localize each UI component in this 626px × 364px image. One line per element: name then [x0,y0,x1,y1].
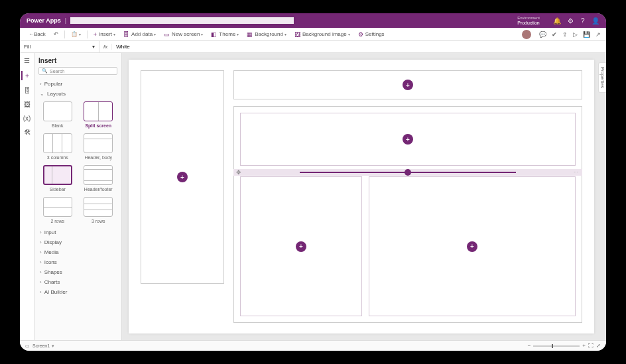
left-rail: ☰ ＋ 🗄 🖼 (x) 🛠 [20,53,34,340]
comments-icon[interactable]: 💬 [539,31,546,38]
formula-bar: Fill▾ fx [20,41,606,53]
zoom-out-icon[interactable]: − [528,343,531,349]
titlebar: Power Apps | Canvas Environment Producti… [20,13,606,28]
layout-header-footer[interactable]: Header/footer [81,165,117,192]
theme-button[interactable]: ◧Theme▾ [208,30,242,39]
design-canvas[interactable]: + + + ✥ ⋯ + + [129,60,594,334]
command-bar: ← Back ↶ 📋▾ +Insert▾ 🗄Add data▾ ▭New scr… [20,28,606,41]
add-button[interactable]: + [403,80,413,90]
gear-icon[interactable]: ⚙ [568,17,574,25]
canvas-header-container[interactable]: + [233,70,582,99]
canvas-main-bottom-left[interactable]: + [240,176,362,316]
canvas-sidebar-container[interactable]: + [141,70,224,284]
canvas-main-top[interactable]: + [240,113,576,166]
category-popular[interactable]: Popular [38,79,117,89]
zoom-control[interactable]: − + ⛶ ⤢ [528,343,601,349]
rail-tree-icon[interactable]: ☰ [24,57,30,64]
canvas-main-bottom-right[interactable]: + [369,176,576,316]
rail-advanced-icon[interactable]: 🛠 [24,129,31,136]
search-input[interactable]: 🔍 Search [38,67,117,75]
category-shapes[interactable]: Shapes [38,267,117,277]
add-button[interactable]: + [296,241,306,252]
category-layouts[interactable]: Layouts [38,89,117,99]
category-charts[interactable]: Charts [38,277,117,287]
layout-blank[interactable]: Blank [40,101,76,128]
category-display[interactable]: Display [38,237,117,247]
layout-header-body[interactable]: Header, body [81,133,117,160]
publish-icon[interactable]: ↗ [595,31,601,38]
breadcrumb-icon: ▭ [25,343,30,349]
category-ai-builder[interactable]: AI Builder [38,287,117,297]
status-bar: ▭ Screen1 ▾ − + ⛶ ⤢ [20,340,606,351]
collab-avatar[interactable] [522,30,531,39]
layout-3-rows[interactable]: 3 rows [81,197,117,223]
layout-split-screen[interactable]: Split screen [81,101,117,128]
canvas-splitter[interactable]: ✥ ⋯ [233,169,582,176]
rail-insert-icon[interactable]: ＋ [21,71,31,80]
zoom-in-icon[interactable]: + [582,343,586,349]
canvas-wrap: + + + ✥ ⋯ + + [122,53,606,340]
properties-tab[interactable]: Properties [598,62,606,93]
rail-variables-icon[interactable]: (x) [23,115,31,122]
undo-button[interactable]: ↶ [50,30,62,38]
layouts-grid: Blank Split screen 3 columns Header, bod… [38,99,117,227]
layout-2-rows[interactable]: 2 rows [40,197,76,223]
fit-icon[interactable]: ⛶ [588,343,594,349]
more-icon[interactable]: ⋯ [574,170,578,175]
app-name: Power Apps [27,17,61,24]
category-media[interactable]: Media [38,247,117,257]
add-data-button[interactable]: 🗄Add data▾ [120,30,159,39]
formula-input[interactable] [112,44,606,50]
share-icon[interactable]: ⇪ [562,31,568,38]
layout-3-columns[interactable]: 3 columns [40,133,76,160]
insert-panel: Insert 🔍 Search Popular Layouts Blank Sp… [34,53,122,340]
drag-handle-icon[interactable]: ✥ [236,169,241,176]
notifications-icon[interactable]: 🔔 [553,17,561,25]
breadcrumb[interactable]: Screen1 [32,343,50,348]
rail-data-icon[interactable]: 🗄 [24,87,31,94]
back-button[interactable]: ← Back [25,30,49,38]
app-window: Power Apps | Canvas Environment Producti… [20,13,606,351]
fx-label: fx [99,44,112,50]
add-button[interactable]: + [403,134,413,145]
account-icon[interactable]: 👤 [592,17,599,25]
help-icon[interactable]: ? [581,17,585,25]
paste-button[interactable]: 📋▾ [68,30,84,38]
category-icons[interactable]: Icons [38,257,117,267]
body: ☰ ＋ 🗄 🖼 (x) 🛠 Insert 🔍 Search Popular La… [20,53,606,340]
app-context: Canvas [70,17,294,24]
zoom-slider[interactable] [533,345,580,347]
property-selector[interactable]: Fill▾ [20,41,99,52]
add-button[interactable]: + [467,241,477,252]
new-screen-button[interactable]: ▭New screen▾ [160,30,206,39]
layout-sidebar[interactable]: Sidebar [40,165,76,192]
background-button[interactable]: ▦Background▾ [243,30,290,39]
category-input[interactable]: Input [38,227,117,237]
environment-picker[interactable]: Environment Production [517,15,540,26]
search-icon: 🔍 [42,68,48,74]
insert-button[interactable]: +Insert▾ [90,30,119,39]
checker-icon[interactable]: ✔ [552,31,557,38]
splitter-knob[interactable] [405,169,411,176]
settings-button[interactable]: ⚙Settings [355,30,388,39]
add-button[interactable]: + [177,172,188,182]
rail-media-icon[interactable]: 🖼 [24,101,31,108]
panel-title: Insert [38,57,117,64]
preview-icon[interactable]: ▷ [573,31,578,38]
popout-icon[interactable]: ⤢ [596,343,601,349]
save-icon[interactable]: 💾 [583,31,590,38]
background-image-button[interactable]: 🖼Background image▾ [291,30,353,39]
